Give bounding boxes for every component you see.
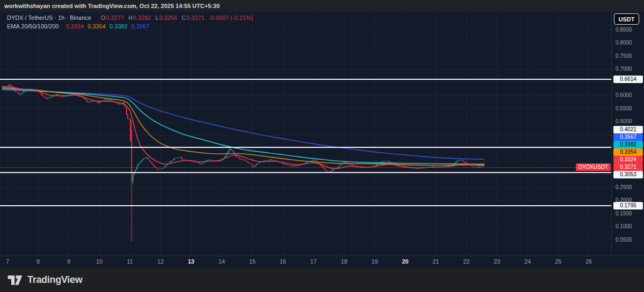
price-tick-label: 0.0500: [616, 237, 632, 243]
price-tick-label: 0.1500: [616, 211, 632, 216]
candlestick-chart[interactable]: [0, 12, 611, 256]
time-axis-label: 18: [341, 258, 347, 265]
low-value: 0.3256: [159, 14, 178, 21]
currency-toggle-button[interactable]: USDT: [614, 13, 639, 25]
symbol-title[interactable]: DYDX / TetherUS · 1h · Binance: [7, 14, 91, 21]
time-axis-label: 12: [157, 258, 164, 265]
open-value: 0.3277: [106, 14, 124, 21]
time-axis-label: 20: [402, 258, 408, 265]
time-axis-label: 15: [249, 258, 255, 265]
footer-bar: TradingView: [0, 268, 644, 292]
tradingview-logo-text: TradingView: [27, 274, 82, 286]
time-axis-label: 25: [555, 258, 561, 265]
ema-price-badge: 0.3354: [613, 148, 643, 156]
time-axis-label: 21: [433, 258, 439, 265]
level-price-badge: 0.4021: [613, 126, 643, 133]
price-tick-label: 0.2500: [616, 184, 632, 190]
price-tick-label: 0.7000: [616, 66, 632, 72]
level-price-badge: 0.1795: [613, 202, 643, 209]
ema100-value: 0.3382: [109, 23, 128, 29]
time-axis-label: 8: [36, 258, 40, 265]
symbol-row: DYDX / TetherUS · 1h · BinanceO0.3277H0.…: [7, 13, 253, 22]
close-label: C: [182, 14, 186, 21]
tradingview-screenshot: { "watermark": { "text": "workwithshayan…: [0, 0, 644, 292]
time-axis-label: 22: [463, 258, 470, 265]
time-axis-label: 11: [127, 258, 133, 265]
chart-legend: DYDX / TetherUS · 1h · BinanceO0.3277H0.…: [7, 13, 253, 31]
time-axis-label: 16: [280, 258, 286, 265]
price-tick-label: 0.8500: [616, 27, 632, 33]
ema20-value: 0.3324: [66, 23, 84, 29]
time-axis-label: 19: [371, 258, 378, 265]
time-axis[interactable]: 7891011121314151617181920212223242526: [0, 256, 644, 268]
ema-price-badge: 0.3324: [613, 156, 643, 163]
price-tick-label: 0.8000: [616, 40, 632, 46]
time-axis-label: 26: [586, 258, 592, 265]
time-axis-label: 14: [218, 258, 225, 265]
current-price-price-badge: 0.3271: [613, 163, 643, 171]
time-axis-label: 17: [310, 258, 317, 265]
price-tick-label: 0.1000: [616, 223, 632, 229]
price-tick-label: 0.5000: [616, 118, 632, 124]
tradingview-logo-icon: [7, 274, 23, 287]
symbol-price-label: DYDXUSDT: [576, 163, 611, 171]
chart-area: DYDX / TetherUS · 1h · BinanceO0.3277H0.…: [0, 12, 611, 256]
time-axis-label: 10: [96, 258, 103, 265]
low-label: L: [156, 14, 159, 21]
watermark-bar: workwithshayan created with TradingView.…: [0, 0, 644, 12]
high-value: 0.3282: [133, 14, 151, 21]
indicator-title[interactable]: EMA 20/50/100/200: [7, 23, 59, 29]
close-value: 0.3271: [186, 14, 204, 21]
price-tick-label: 0.6000: [616, 92, 632, 98]
ema-price-badge: 0.3567: [613, 133, 643, 141]
time-axis-label: 13: [188, 258, 194, 265]
watermark-text: workwithshayan created with TradingView.…: [4, 3, 219, 9]
price-tick-label: 0.7500: [616, 53, 632, 59]
ema200-value: 0.3567: [131, 23, 150, 29]
time-axis-label: 24: [524, 258, 531, 265]
level-price-badge: 0.3053: [613, 171, 643, 178]
open-label: O: [101, 14, 106, 21]
price-tick-label: 0.5500: [616, 106, 632, 111]
indicator-row: EMA 20/50/100/2000.33240.33540.33820.356…: [7, 22, 253, 31]
ema-price-badge: 0.3382: [613, 141, 643, 148]
tradingview-logo[interactable]: TradingView: [7, 274, 82, 287]
change-value: -0.0007 (-0.21%): [209, 14, 253, 21]
ema50-value: 0.3354: [87, 23, 106, 29]
level-price-badge: 0.6614: [613, 76, 643, 83]
time-axis-label: 7: [6, 258, 9, 265]
high-label: H: [128, 14, 133, 21]
price-axis[interactable]: USDT 0.85000.80000.75000.70000.60000.550…: [611, 12, 644, 256]
time-axis-label: 9: [67, 258, 70, 265]
time-axis-label: 23: [494, 258, 500, 265]
